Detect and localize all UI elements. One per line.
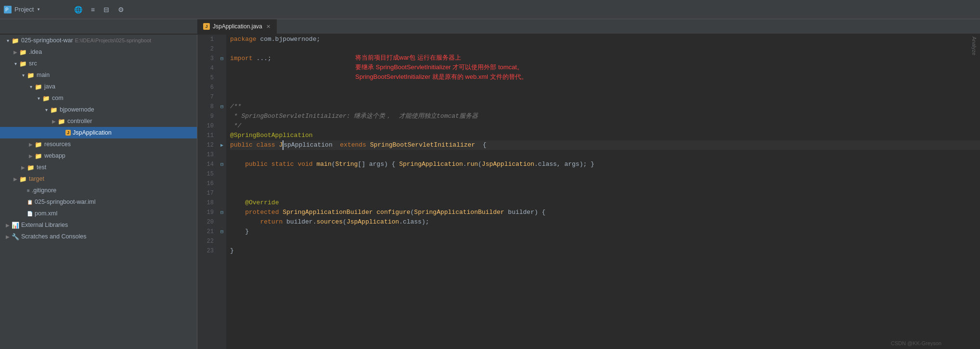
code-line-8: /**: [230, 102, 980, 112]
ln-1: 1: [197, 35, 214, 44]
tree-test[interactable]: ▶ 📁 test: [0, 162, 197, 173]
tab-jsapplication[interactable]: J JspApplication.java ✕: [197, 19, 277, 34]
tab-bar: J JspApplication.java ✕: [0, 19, 980, 35]
code-content[interactable]: package com.bjpowernode; import ...; 将当前…: [226, 35, 980, 349]
ln-20: 20: [197, 217, 214, 227]
gitignore-label: .gitignore: [32, 187, 56, 194]
tree-src[interactable]: ▾ 📁 src: [0, 58, 197, 69]
tab-close-btn[interactable]: ✕: [266, 24, 271, 30]
gutter-19: ⊟: [218, 208, 226, 217]
iml-label: 025-springboot-war.iml: [35, 199, 95, 205]
code-line-22: [230, 237, 980, 246]
extlib-arrow: ▶: [4, 221, 12, 229]
toolbar-list-btn[interactable]: ≡: [89, 5, 97, 14]
ln-11: 11: [197, 131, 214, 140]
target-folder-icon: 📁: [19, 175, 27, 182]
tree-ext-libs[interactable]: ▶ 📊 External Libraries: [0, 219, 197, 231]
code-line-17: [230, 188, 980, 198]
extlib-icon: 📊: [12, 222, 19, 228]
toolbar-dropdown-arrow[interactable]: ▾: [37, 6, 40, 13]
bjpowernode-arrow: ▾: [42, 106, 50, 113]
tree-bjpowernode[interactable]: ▾ 📁 bjpowernode: [0, 104, 197, 115]
gutter-4: [218, 63, 226, 73]
editor-wrapper: 1 2 3 4 5 6 7 8 9 10 11 12 13 14 15 16 1: [197, 35, 980, 349]
code-line-11: @SpringBootApplication: [230, 131, 980, 140]
ln-10: 10: [197, 121, 214, 131]
iml-spacer: [19, 198, 27, 206]
code-line-23: }: [230, 246, 980, 256]
an-override: @Override: [245, 198, 279, 208]
ln-23: 23: [197, 246, 214, 256]
toolbar-globe-btn[interactable]: 🌐: [72, 5, 84, 14]
gutter-7: [218, 92, 226, 102]
mt-main: main: [317, 160, 332, 169]
idea-arrow: ▶: [12, 48, 19, 56]
toolbar-collapse-btn[interactable]: ⊟: [102, 5, 111, 14]
code-line-1: package com.bjpowernode;: [230, 35, 980, 44]
tree-jspapplication[interactable]: J JspApplication: [0, 127, 197, 138]
kw-protected: protected: [245, 208, 279, 217]
ln-15: 15: [197, 169, 214, 179]
iml-icon: 📋: [27, 199, 33, 205]
scratches-icon: 🔧: [12, 233, 19, 240]
sidebar[interactable]: ▾ 📁 025-springboot-war E:\IDEA\Projects\…: [0, 35, 197, 349]
gutter-9: [218, 112, 226, 121]
cn-builder: SpringApplicationBuilder: [283, 208, 373, 217]
tree-webapp[interactable]: ▶ 📁 webapp: [0, 150, 197, 162]
gutter-21: ⊟: [218, 227, 226, 237]
gutter-20: [218, 217, 226, 227]
code-line-7: [230, 92, 980, 102]
toolbar-settings-btn[interactable]: ⚙: [116, 5, 126, 14]
tab-label: JspApplication.java: [213, 23, 262, 30]
kw-package: package: [230, 35, 257, 44]
root-label: 025-springboot-war: [21, 37, 73, 44]
tree-target[interactable]: ▶ 📁 target: [0, 173, 197, 185]
src-label: src: [29, 60, 37, 67]
gutter-12[interactable]: ▶: [218, 140, 226, 150]
com-folder-icon: 📁: [42, 95, 50, 101]
gutter-5: [218, 73, 226, 83]
code-line-16: [230, 179, 980, 188]
tree-gitignore[interactable]: ≡ .gitignore: [0, 185, 197, 196]
cn-springapp: SpringApplication: [399, 160, 463, 169]
target-arrow: ▶: [12, 175, 19, 183]
webapp-arrow: ▶: [27, 152, 35, 160]
com-arrow: ▾: [35, 94, 42, 102]
gutter-11: [218, 131, 226, 140]
ln-21: 21: [197, 227, 214, 237]
gutter-16: [218, 179, 226, 188]
code-line-12: public class JspApplication extends Spri…: [230, 140, 980, 150]
ln-19: 19: [197, 208, 214, 217]
tree-main[interactable]: ▾ 📁 main: [0, 69, 197, 81]
mt-run: run: [467, 160, 478, 169]
gutter: ⊟ ⊟ ▶ ⊟ ⊟: [218, 35, 226, 349]
cm-9: * SpringBootServletInitializer:: [230, 112, 354, 121]
editor[interactable]: 1 2 3 4 5 6 7 8 9 10 11 12 13 14 15 16 1: [197, 35, 980, 349]
cm-close: */: [230, 121, 241, 131]
tree-controller[interactable]: ▶ 📁 controller: [0, 115, 197, 127]
cursor: spApplication: [283, 140, 332, 150]
project-icon: P: [4, 6, 12, 13]
code-line-5: [230, 73, 980, 83]
tree-pomxml[interactable]: 📄 pom.xml: [0, 208, 197, 219]
code-line-10: */: [230, 121, 980, 131]
tree-idea[interactable]: ▶ 📁 .idea: [0, 46, 197, 58]
toolbar-project-label[interactable]: Project: [14, 6, 34, 13]
comment-block: 将当前项目打成war包 运行在服务器上 要继承 SpringBootServle…: [355, 53, 528, 82]
tree-root[interactable]: ▾ 📁 025-springboot-war E:\IDEA\Projects\…: [0, 35, 197, 46]
code-line-14: public static void main ( String [] args…: [230, 160, 980, 169]
toolbar-icons: 🌐 ≡ ⊟ ⚙: [72, 5, 126, 14]
tree-resources[interactable]: ▶ 📁 resources: [0, 138, 197, 150]
right-panel-label: Analyze: [968, 35, 980, 57]
gutter-13: [218, 150, 226, 160]
tree-iml[interactable]: 📋 025-springboot-war.iml: [0, 196, 197, 208]
controller-label: controller: [67, 118, 92, 125]
ln-17: 17: [197, 188, 214, 198]
tree-java[interactable]: ▾ 📁 java: [0, 81, 197, 92]
tree-scratches[interactable]: ▶ 🔧 Scratches and Consoles: [0, 231, 197, 242]
src-arrow: ▾: [12, 60, 19, 67]
kw-import: import: [230, 54, 253, 63]
tree-com[interactable]: ▾ 📁 com: [0, 92, 197, 104]
ln-9: 9: [197, 112, 214, 121]
ln-13: 13: [197, 150, 214, 160]
